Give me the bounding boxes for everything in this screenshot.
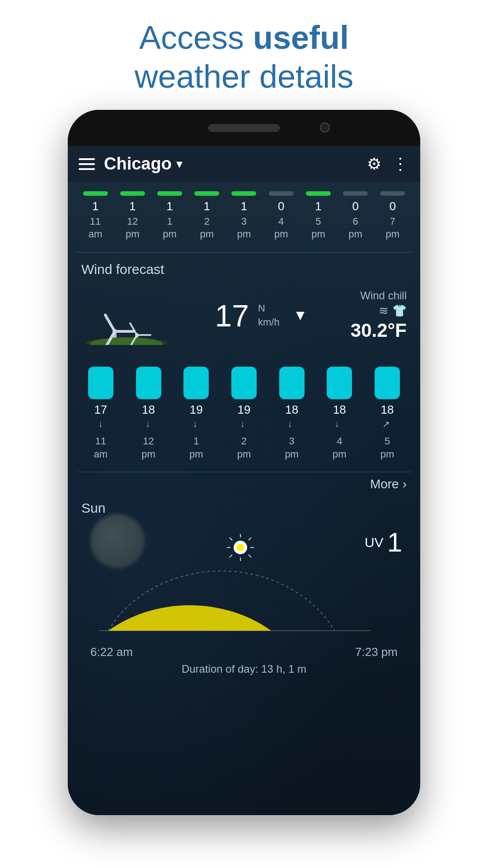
uv-bar-7	[343, 191, 368, 196]
wind-pill-2	[183, 367, 209, 399]
uv-val-8: 0	[379, 199, 406, 213]
uv-time-8: 7pm	[379, 215, 406, 241]
wind-pill-1	[136, 367, 161, 399]
uv-bar-item-0	[83, 191, 108, 196]
wind-bar-1	[136, 367, 161, 399]
uv-val-4: 1	[230, 199, 258, 213]
city-dropdown-icon[interactable]: ▾	[176, 156, 183, 171]
uv-val-6: 1	[305, 199, 332, 213]
uv-time-7: 6pm	[342, 215, 369, 241]
uv-value: 1	[387, 527, 402, 558]
sunrise-time: 6:22 am	[90, 645, 133, 659]
uv-val-2: 1	[156, 199, 183, 213]
wind-time-3: 2pm	[228, 435, 260, 461]
wind-bar-5	[327, 367, 352, 399]
header-text-bold: useful	[253, 19, 349, 56]
uv-bar-row	[68, 191, 420, 196]
uv-bar-item-5	[269, 191, 294, 196]
uv-val-3: 1	[193, 199, 221, 213]
city-label: Chicago	[104, 154, 172, 174]
wind-arrow-icon: ▼	[293, 307, 308, 324]
wind-speed-1: 18	[142, 403, 155, 417]
wind-icon: ≋	[379, 304, 389, 318]
wind-pill-6	[375, 367, 400, 399]
sun-section: Sun UV 1	[68, 496, 420, 688]
header-line1: Access useful	[27, 18, 461, 57]
svg-line-22	[230, 538, 232, 540]
page-header: Access useful weather details	[0, 0, 488, 110]
uv-val-1: 1	[119, 199, 146, 213]
svg-point-14	[237, 544, 244, 551]
wind-dir-0: ↓	[98, 419, 103, 429]
hamburger-line2	[79, 163, 95, 165]
wind-time-4: 3pm	[276, 435, 308, 461]
wind-speed-4: 18	[285, 403, 298, 417]
wind-unit-box: N km/h	[258, 302, 280, 330]
wind-dir-2: ↓	[193, 419, 197, 429]
wind-speed-6: 18	[381, 403, 394, 417]
sun-arc-svg	[81, 522, 389, 640]
shirt-icon: 👕	[392, 304, 407, 318]
wind-speed-5: 18	[333, 403, 346, 417]
uv-bar-6	[306, 191, 331, 196]
phone-top-bar	[68, 110, 420, 146]
sun-duration: Duration of day: 13 h, 1 m	[81, 659, 407, 679]
uv-bar-5	[269, 191, 294, 196]
wind-dir-1: ↓	[145, 419, 150, 429]
uv-val-0: 1	[82, 199, 109, 213]
app-header: Chicago ▾ ⚙ ⋮	[68, 146, 420, 182]
wind-time-2: 1pm	[180, 435, 212, 461]
uv-bar-8	[380, 191, 405, 196]
svg-line-18	[249, 555, 251, 557]
wind-time-5: 4pm	[324, 435, 355, 461]
wind-speed-unit: km/h	[258, 316, 280, 330]
wind-time-6: 5pm	[371, 435, 403, 461]
wind-speed-2: 19	[190, 403, 203, 417]
hamburger-line1	[79, 158, 95, 160]
svg-rect-9	[137, 334, 151, 336]
uv-bar-item-8	[380, 191, 405, 196]
uv-time-5: 4pm	[267, 215, 295, 241]
wind-dir-3: ↓	[240, 419, 244, 429]
uv-time-6: 5pm	[305, 215, 332, 241]
uv-time-4: 3pm	[230, 215, 258, 241]
uv-bar-item-6	[306, 191, 331, 196]
wind-speed-display: 17 N km/h ▼	[215, 300, 307, 331]
uv-bar-2	[157, 191, 182, 196]
wind-bars-row	[72, 363, 416, 399]
uv-time-2: 1pm	[156, 215, 183, 241]
hamburger-line3	[79, 168, 95, 170]
wind-chill-temp: 30.2°F	[351, 320, 407, 341]
settings-icon[interactable]: ⚙	[367, 155, 381, 174]
wind-bar-2	[183, 367, 209, 399]
uv-val-7: 0	[342, 199, 369, 213]
wind-bar-6	[375, 367, 400, 399]
more-label[interactable]: More	[370, 477, 399, 491]
uv-label: UV	[365, 535, 384, 550]
uv-bar-1	[120, 191, 145, 196]
sunset-time: 7:23 pm	[355, 645, 398, 659]
header-text-normal: Access	[139, 19, 253, 56]
svg-point-11	[135, 333, 139, 337]
wind-bar-3	[231, 367, 257, 399]
menu-button[interactable]	[79, 158, 95, 170]
uv-bar-3	[194, 191, 219, 196]
wind-dir-6: ↗	[382, 419, 390, 429]
wind-direction: N	[258, 302, 280, 316]
wind-times-row: 11am 12pm 1pm 2pm 3pm 4pm 5pm	[72, 431, 416, 467]
uv-time-3: 2pm	[193, 215, 221, 241]
wind-speeds-row: 17 18 19 19 18 18 18	[72, 403, 416, 419]
hourly-uv-section: 1 1 1 1 1 0 1 0 0 11am 12pm 1pm 2pm 3pm …	[68, 182, 420, 252]
sun-title: Sun	[81, 500, 407, 516]
svg-point-3	[90, 337, 163, 345]
more-menu-icon[interactable]: ⋮	[392, 155, 409, 174]
wind-time-1: 12pm	[133, 435, 164, 461]
wind-pill-4	[279, 367, 305, 399]
uv-bar-item-3	[194, 191, 219, 196]
wind-time-0: 11am	[85, 435, 117, 461]
uv-bar-item-1	[120, 191, 145, 196]
wind-turbines-graphic	[81, 286, 172, 345]
svg-rect-4	[103, 313, 116, 332]
more-link-row[interactable]: More ›	[68, 472, 420, 496]
wind-chill-box: Wind chill ≋ 👕 30.2°F	[351, 289, 407, 341]
